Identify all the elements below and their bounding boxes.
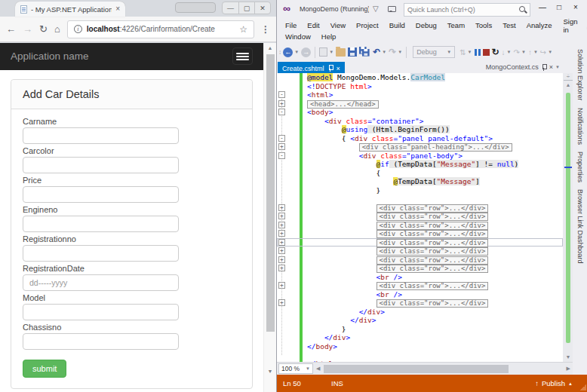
code-line[interactable]: @using (Html.BeginForm()) [277, 125, 563, 134]
send-feedback-icon[interactable] [388, 6, 396, 12]
menu-edit[interactable]: Edit [302, 21, 324, 29]
browser-menu-icon[interactable]: ⋮ [261, 24, 270, 35]
page-info-icon[interactable]: i [74, 25, 82, 33]
scroll-right-icon[interactable]: ▶ [567, 366, 570, 372]
close-button[interactable]: ✕ [254, 2, 270, 14]
menu-file[interactable]: File [280, 21, 302, 29]
forward-icon[interactable]: → [23, 24, 32, 34]
collapsed-region[interactable]: <head>...</head> [307, 100, 379, 109]
fold-collapse-icon[interactable]: - [278, 91, 285, 98]
navigate-back-icon[interactable]: ← [283, 47, 293, 57]
tool-tab-solution-explorer[interactable]: Solution Explorer [576, 49, 584, 101]
fold-collapse-icon[interactable]: - [278, 152, 285, 159]
navbar-hamburger-icon[interactable] [232, 47, 253, 65]
pin-icon[interactable] [542, 64, 546, 71]
close-tab-icon[interactable]: × [337, 65, 340, 72]
back-dropdown-icon[interactable]: ▼ [294, 50, 299, 54]
collapsed-region[interactable]: <div class="panel-heading">...</div> [359, 143, 512, 152]
menu-tools[interactable]: Tools [470, 21, 497, 29]
tab-mongocontext-cs[interactable]: MongoContext.cs [486, 63, 539, 71]
quick-launch[interactable] [404, 3, 530, 17]
tool-tab-browser-link-dashboard[interactable]: Browser Link Dashboard [576, 189, 584, 264]
code-line[interactable]: </div> [277, 333, 563, 342]
code-line[interactable]: + <div class="row">...</div> [277, 221, 563, 230]
restart-icon[interactable]: ↻ [492, 47, 499, 57]
code-line[interactable]: </div> [277, 308, 563, 317]
code-line[interactable]: + <div class="row">...</div> [277, 299, 563, 308]
menu-debug[interactable]: Debug [410, 21, 442, 29]
save-icon[interactable] [348, 47, 357, 57]
scroll-down-icon[interactable]: ▼ [264, 369, 276, 374]
menu-window[interactable]: Window [280, 32, 316, 41]
save-all-icon[interactable] [359, 47, 370, 57]
fold-expand-icon[interactable]: + [278, 282, 285, 289]
menu-build[interactable]: Build [384, 21, 410, 29]
code-line[interactable]: + <div class="row">...</div> [277, 264, 563, 273]
fold-expand-icon[interactable]: + [278, 256, 285, 263]
reload-icon[interactable]: ↻ [39, 24, 48, 34]
open-file-icon[interactable] [336, 48, 346, 57]
input-chassisno[interactable] [23, 333, 179, 350]
code-line[interactable]: + <div class="row">...</div> [277, 204, 563, 213]
code-line[interactable]: <div class="container"> [277, 117, 563, 126]
navigate-forward-icon[interactable]: → [301, 47, 311, 57]
home-icon[interactable]: ⌂ [54, 24, 60, 34]
close-tab-icon[interactable]: × [549, 63, 553, 71]
menu-view[interactable]: View [325, 21, 351, 29]
fold-collapse-icon[interactable]: - [278, 109, 285, 115]
tab-list-dropdown-icon[interactable]: ▼ [555, 65, 560, 69]
menu-analyze[interactable]: Analyze [521, 21, 558, 29]
code-line[interactable] [277, 351, 563, 360]
collapsed-region[interactable]: <div class="row">...</div> [376, 204, 489, 213]
code-line[interactable]: + <div class="row">...</div> [277, 256, 563, 265]
collapsed-region[interactable]: <div class="row">...</div> [376, 213, 489, 221]
collapsed-region[interactable]: <div class="row">...</div> [376, 282, 489, 290]
navbar-brand[interactable]: Application name [11, 51, 89, 62]
fold-expand-icon[interactable]: + [278, 222, 285, 228]
breakpoint-icon[interactable]: ↪ [540, 48, 546, 57]
pin-icon[interactable] [328, 65, 333, 72]
code-line[interactable]: <!DOCTYPE html> [277, 82, 563, 91]
code-line[interactable]: + <div class="panel-heading">...</div> [277, 142, 563, 152]
input-registrationno[interactable] [23, 245, 179, 262]
menu-test[interactable]: Test [497, 21, 521, 29]
attach-icon[interactable]: ⇅ [459, 48, 466, 57]
code-line[interactable]: @TempData["Message"] [277, 177, 563, 186]
code-line[interactable]: } [277, 186, 563, 195]
scroll-down-icon[interactable]: ▼ [563, 354, 573, 360]
code-line[interactable]: { [277, 169, 563, 178]
fold-expand-icon[interactable]: + [278, 299, 285, 306]
splitter-handle[interactable]: ÷ [564, 73, 573, 81]
browser-scrollbar-thumb[interactable] [266, 54, 275, 332]
code-line[interactable]: + <div class="row">...</div> [277, 247, 563, 256]
collapsed-region[interactable]: <div class="row">...</div> [376, 247, 489, 256]
code-line[interactable]: + <div class="row">...</div> [277, 238, 563, 247]
code-line[interactable]: + <div class="row">...</div> [277, 281, 563, 290]
fold-expand-icon[interactable]: + [278, 247, 285, 254]
fold-collapse-icon[interactable]: - [278, 135, 285, 142]
code-line[interactable]: @if (TempData["Message"] != null) [277, 160, 563, 169]
zoom-dropdown[interactable]: 100 % ▼ [278, 363, 313, 374]
browser-tab[interactable]: - My ASP.NET Application × [15, 2, 125, 17]
step-out-icon[interactable]: ↑ [528, 48, 532, 57]
code-line[interactable]: +<head>...</head> [277, 100, 563, 109]
collapsed-region[interactable]: <div class="row">...</div> [376, 256, 489, 265]
code-line[interactable]: + <div class="row">...</div> [277, 212, 563, 221]
code-line[interactable]: - { <div class="panel panel-default"> [277, 134, 563, 143]
tool-tab-properties[interactable]: Properties [576, 152, 584, 182]
redo-icon[interactable]: ↷ [389, 47, 396, 57]
resize-grip[interactable] [580, 384, 586, 390]
collapsed-region[interactable]: <div class="row">...</div> [376, 239, 489, 247]
step-over-icon[interactable]: ↷ [514, 48, 520, 57]
fold-expand-icon[interactable]: + [278, 100, 285, 107]
input-model[interactable] [23, 304, 179, 320]
fold-expand-icon[interactable]: + [278, 239, 285, 246]
publish-button[interactable]: ↑ Publish ▲ [535, 379, 573, 387]
back-icon[interactable]: ← [6, 24, 16, 34]
code-line[interactable]: -<body> [277, 108, 563, 117]
collapsed-region[interactable]: <div class="row">...</div> [376, 222, 489, 230]
code-line[interactable]: -<html> [277, 90, 563, 100]
fold-expand-icon[interactable]: + [278, 230, 285, 237]
new-file-icon[interactable] [319, 47, 327, 57]
new-file-dropdown-icon[interactable]: ▼ [329, 50, 333, 54]
